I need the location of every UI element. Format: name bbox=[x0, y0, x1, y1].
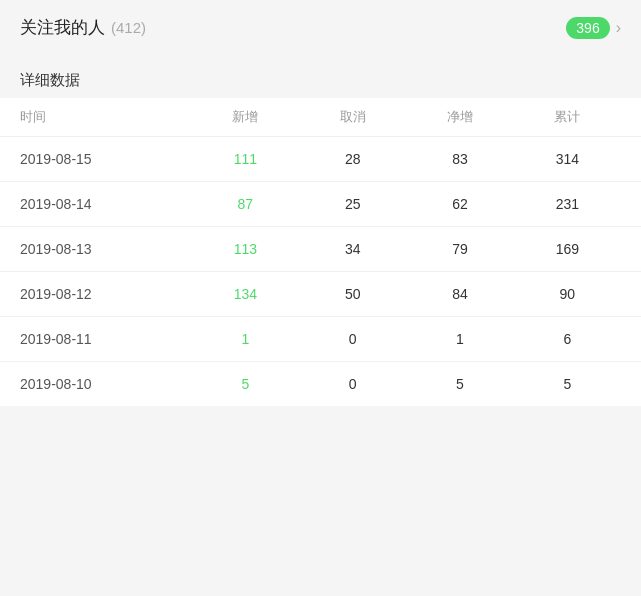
table-row: 2019-08-105055 bbox=[0, 362, 641, 406]
cell-cancel: 28 bbox=[299, 151, 406, 167]
table-row: 2019-08-151112883314 bbox=[0, 137, 641, 182]
table-row: 2019-08-14872562231 bbox=[0, 182, 641, 227]
header-divider bbox=[0, 53, 641, 61]
cell-total: 90 bbox=[514, 286, 621, 302]
page-title: 关注我的人 bbox=[20, 16, 105, 39]
cell-total: 231 bbox=[514, 196, 621, 212]
cell-new: 113 bbox=[192, 241, 299, 257]
col-header-net: 净增 bbox=[406, 108, 513, 126]
cell-new: 1 bbox=[192, 331, 299, 347]
cell-cancel: 0 bbox=[299, 331, 406, 347]
page-header: 关注我的人 (412) 396 › bbox=[0, 0, 641, 53]
table-row: 2019-08-111016 bbox=[0, 317, 641, 362]
cell-new: 111 bbox=[192, 151, 299, 167]
table-row: 2019-08-131133479169 bbox=[0, 227, 641, 272]
col-header-total: 累计 bbox=[514, 108, 621, 126]
header-right[interactable]: 396 › bbox=[566, 17, 621, 39]
cell-total: 5 bbox=[514, 376, 621, 392]
cell-net: 84 bbox=[406, 286, 513, 302]
cell-total: 6 bbox=[514, 331, 621, 347]
cell-net: 1 bbox=[406, 331, 513, 347]
score-badge: 396 bbox=[566, 17, 609, 39]
cell-new: 5 bbox=[192, 376, 299, 392]
cell-date: 2019-08-15 bbox=[20, 151, 192, 167]
cell-date: 2019-08-10 bbox=[20, 376, 192, 392]
cell-net: 5 bbox=[406, 376, 513, 392]
follower-count: (412) bbox=[111, 19, 146, 36]
data-table: 时间 新增 取消 净增 累计 2019-08-1511128833142019-… bbox=[0, 98, 641, 406]
table-row: 2019-08-12134508490 bbox=[0, 272, 641, 317]
table-header-row: 时间 新增 取消 净增 累计 bbox=[0, 98, 641, 137]
table-body: 2019-08-1511128833142019-08-148725622312… bbox=[0, 137, 641, 406]
col-header-new: 新增 bbox=[192, 108, 299, 126]
cell-net: 83 bbox=[406, 151, 513, 167]
cell-date: 2019-08-14 bbox=[20, 196, 192, 212]
cell-net: 79 bbox=[406, 241, 513, 257]
col-header-cancel: 取消 bbox=[299, 108, 406, 126]
cell-cancel: 50 bbox=[299, 286, 406, 302]
cell-cancel: 0 bbox=[299, 376, 406, 392]
cell-cancel: 25 bbox=[299, 196, 406, 212]
cell-date: 2019-08-11 bbox=[20, 331, 192, 347]
section-label: 详细数据 bbox=[0, 61, 641, 98]
cell-total: 314 bbox=[514, 151, 621, 167]
chevron-right-icon: › bbox=[616, 19, 621, 37]
cell-date: 2019-08-12 bbox=[20, 286, 192, 302]
cell-net: 62 bbox=[406, 196, 513, 212]
cell-cancel: 34 bbox=[299, 241, 406, 257]
col-header-date: 时间 bbox=[20, 108, 192, 126]
cell-total: 169 bbox=[514, 241, 621, 257]
header-left: 关注我的人 (412) bbox=[20, 16, 146, 39]
cell-new: 87 bbox=[192, 196, 299, 212]
cell-new: 134 bbox=[192, 286, 299, 302]
cell-date: 2019-08-13 bbox=[20, 241, 192, 257]
